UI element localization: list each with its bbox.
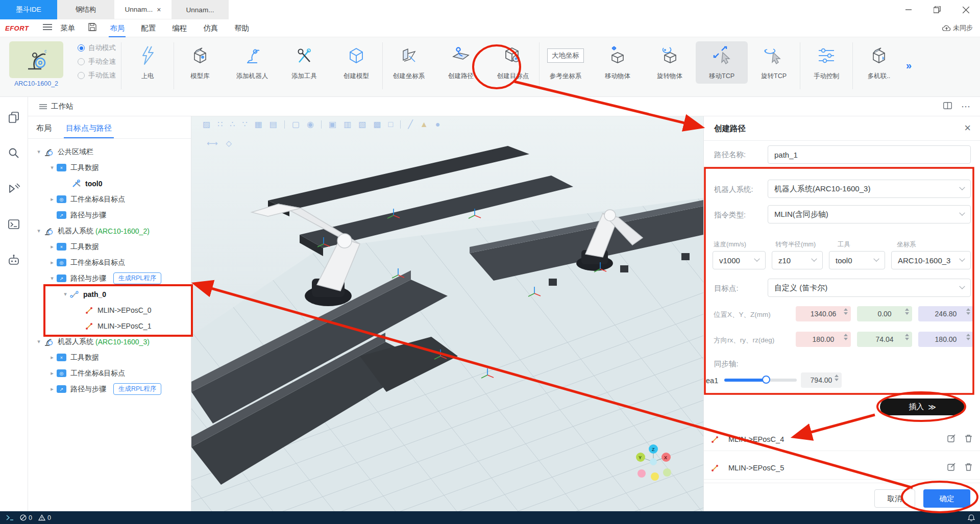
mode-auto[interactable]: 自动模式: [78, 43, 116, 53]
tree-row-workobj-targets[interactable]: ▸ ◎ 工件坐标&目标点: [28, 255, 191, 270]
eraser-tool-icon[interactable]: ◇: [226, 139, 232, 148]
save-icon[interactable]: [88, 23, 96, 33]
add-robot-button[interactable]: 添加机器人: [226, 41, 278, 81]
grid-icon[interactable]: ▤: [270, 119, 277, 129]
tree-row-common-area[interactable]: ▾ 公共区域栏: [28, 144, 191, 160]
console-toggle-icon[interactable]: [6, 514, 14, 521]
spinner-icons[interactable]: [844, 308, 848, 315]
error-count[interactable]: 0: [20, 514, 32, 521]
debug-connect-icon[interactable]: [8, 183, 20, 197]
line-tool-icon[interactable]: ╱: [408, 119, 413, 129]
dot-grid-icon[interactable]: ∴: [230, 119, 235, 129]
move-object-button[interactable]: 移动物体: [592, 41, 644, 81]
tree-row-tool0[interactable]: tool0: [28, 176, 191, 191]
dialog-close-icon[interactable]: ×: [964, 121, 971, 135]
project-tab-unnamed-1[interactable]: Unnam...×: [114, 0, 172, 19]
edit-step-icon[interactable]: [947, 463, 955, 472]
close-button[interactable]: [951, 0, 980, 19]
tree-row-paths-steps[interactable]: ↗ 路径与步骤: [28, 207, 191, 223]
tree-row-workobj-targets[interactable]: ▸ ◎ 工件坐标&目标点: [28, 191, 191, 207]
spinner-icons[interactable]: [844, 334, 848, 340]
3d-viewport[interactable]: Z Y X ▨ ∷ ∴ ∵ ▦ ▤ ▢ ◉ ▣ ▥ ▧ ▩ □ ╱ ▲ ● ⟷ …: [191, 116, 703, 511]
move-tcp-button[interactable]: 移动TCP: [696, 41, 748, 84]
generate-rpl-button[interactable]: 生成RPL程序: [113, 383, 161, 395]
tab-layout[interactable]: 布局: [36, 123, 52, 138]
blend-radius-select[interactable]: z10: [772, 251, 823, 269]
menu-item-menu[interactable]: 菜单: [60, 23, 75, 33]
sphere-icon[interactable]: ●: [435, 120, 440, 129]
more-options-icon[interactable]: ⋯: [961, 101, 971, 112]
tree-row-path0[interactable]: ▾ path_0: [28, 286, 191, 302]
manual-control-button[interactable]: 手动控制: [800, 41, 852, 81]
tree-row-step[interactable]: MLIN->EPosC_0: [28, 302, 191, 318]
tool-select[interactable]: tool0: [829, 251, 885, 269]
project-tab-steel[interactable]: 钢结构: [57, 0, 114, 19]
power-on-button[interactable]: 上电: [121, 41, 174, 81]
spinner-icons[interactable]: [966, 308, 970, 315]
cube-tool-icon[interactable]: □: [388, 120, 394, 129]
tree-row-paths-steps[interactable]: ▾ ↗ 路径与步骤 生成RPL程序: [28, 270, 191, 286]
create-coordsys-button[interactable]: 创建坐标系: [383, 41, 435, 81]
tree-row-robot-system-2[interactable]: ▾ 机器人系统 (ARC10-1600_2): [28, 223, 191, 239]
tab-targets-paths[interactable]: 目标点与路径: [66, 123, 112, 138]
notifications-bell-icon[interactable]: [968, 514, 975, 521]
workstation-tab[interactable]: 工作站: [39, 102, 74, 111]
delete-step-icon[interactable]: [965, 434, 972, 444]
sphere-tool-icon[interactable]: ◉: [307, 119, 314, 129]
multi-machine-button[interactable]: 多机联..: [853, 41, 905, 81]
orientation-rz-input[interactable]: 180.00: [918, 332, 973, 347]
cube-tool-icon[interactable]: ▩: [373, 119, 381, 129]
sync-axis-value-input[interactable]: 794.00: [801, 372, 842, 388]
tree-row-tool-data[interactable]: ▾ × 工具数据: [28, 160, 191, 176]
create-model-button[interactable]: 创建模型: [330, 41, 382, 81]
robot-panel-icon[interactable]: [8, 254, 20, 268]
spinner-icons[interactable]: [905, 334, 909, 340]
instruction-type-select[interactable]: MLIN(含同步轴): [768, 205, 971, 223]
path-name-input[interactable]: path_1: [768, 145, 971, 164]
menu-item-help[interactable]: 帮助: [234, 23, 249, 33]
mode-manual-low[interactable]: 手动低速: [78, 71, 116, 80]
robot-system-select[interactable]: 机器人系统(ARC10-1600_3): [768, 180, 971, 198]
close-tab-icon[interactable]: ×: [157, 6, 161, 14]
menu-item-simulation[interactable]: 仿真: [203, 23, 218, 33]
tree-row-step[interactable]: MLIN->EPosC_1: [28, 318, 191, 334]
project-tab-unnamed-2[interactable]: Unnam...: [172, 0, 229, 19]
create-path-button[interactable]: 创建路径: [435, 41, 487, 81]
cancel-button[interactable]: 取消: [874, 489, 915, 508]
app-tab-main[interactable]: 墨斗IDE: [0, 0, 57, 19]
cube-tool-icon[interactable]: ▥: [344, 119, 351, 129]
tree-row-paths-steps[interactable]: ▸ ↗ 路径与步骤 生成RPL程序: [28, 381, 191, 397]
orientation-rx-input[interactable]: 180.00: [796, 332, 851, 347]
add-tool-button[interactable]: 添加工具: [278, 41, 330, 81]
spinner-icons[interactable]: [905, 308, 909, 315]
search-icon[interactable]: [8, 147, 20, 161]
menu-item-config[interactable]: 配置: [141, 23, 156, 33]
position-z-input[interactable]: 246.80: [918, 306, 973, 321]
copy-pages-icon[interactable]: [8, 111, 20, 126]
path-step-item[interactable]: MLIN->EPosC_4: [704, 428, 980, 451]
path-step-item[interactable]: MLIN->EPosC_5: [704, 456, 980, 480]
orientation-ry-input[interactable]: 74.04: [857, 332, 912, 347]
target-point-select[interactable]: 自定义 (笛卡尔): [768, 279, 971, 297]
angle-tool-icon[interactable]: ▲: [420, 120, 428, 129]
split-view-icon[interactable]: [943, 102, 952, 111]
reference-coordsys-button[interactable]: 大地坐标 参考坐标系: [540, 41, 592, 81]
warning-count[interactable]: 0: [38, 514, 51, 521]
sync-axis-slider[interactable]: [724, 379, 797, 382]
cube-tool-icon[interactable]: ▧: [358, 119, 366, 129]
create-target-button[interactable]: 创建目标点: [487, 41, 539, 81]
restore-button[interactable]: [923, 0, 951, 19]
minimize-button[interactable]: [894, 0, 923, 19]
insert-button[interactable]: 插入≫: [880, 398, 965, 415]
menu-item-programming[interactable]: 编程: [172, 23, 187, 33]
paint-tool-icon[interactable]: ▨: [203, 119, 210, 129]
rotate-object-button[interactable]: 旋转物体: [644, 41, 696, 81]
rotate-tcp-button[interactable]: 旋转TCP: [748, 41, 800, 81]
speed-select[interactable]: v1000: [713, 251, 766, 269]
grid-icon[interactable]: ▦: [255, 119, 262, 129]
toolbar-overflow-chevron[interactable]: »: [906, 60, 912, 71]
model-library-button[interactable]: 模型库: [174, 41, 226, 81]
coordsys-select[interactable]: ARC10-1600_3: [891, 251, 971, 269]
spinner-icons[interactable]: [835, 375, 839, 381]
terminal-icon[interactable]: [8, 218, 20, 233]
